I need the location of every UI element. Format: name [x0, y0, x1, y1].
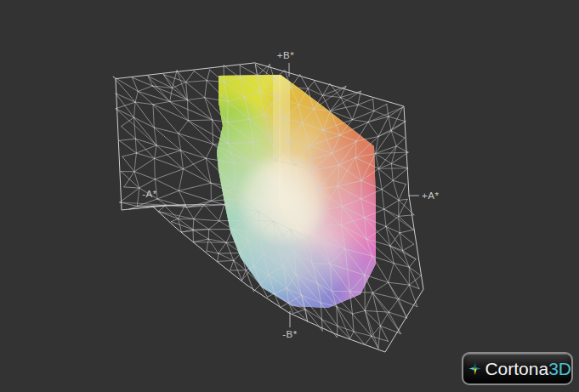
badge-text: Cortona3D [485, 360, 571, 378]
viewport-3d[interactable]: +B*-B*+A*-A* Cortona3D [0, 0, 579, 392]
axis-label-a-plus: +A* [422, 190, 439, 201]
badge-suffix-text: 3D [548, 359, 571, 378]
cortona3d-logo-badge[interactable]: Cortona3D [462, 352, 573, 385]
badge-brand-text: Cortona [485, 359, 548, 378]
gamut-scene[interactable]: +B*-B*+A*-A* [0, 0, 579, 392]
axis-label-b-minus: -B* [282, 329, 298, 339]
axis-label-b-plus: +B* [277, 50, 294, 60]
axis-label-a-minus: -A* [142, 189, 157, 199]
cortona3d-star-icon [468, 357, 481, 380]
